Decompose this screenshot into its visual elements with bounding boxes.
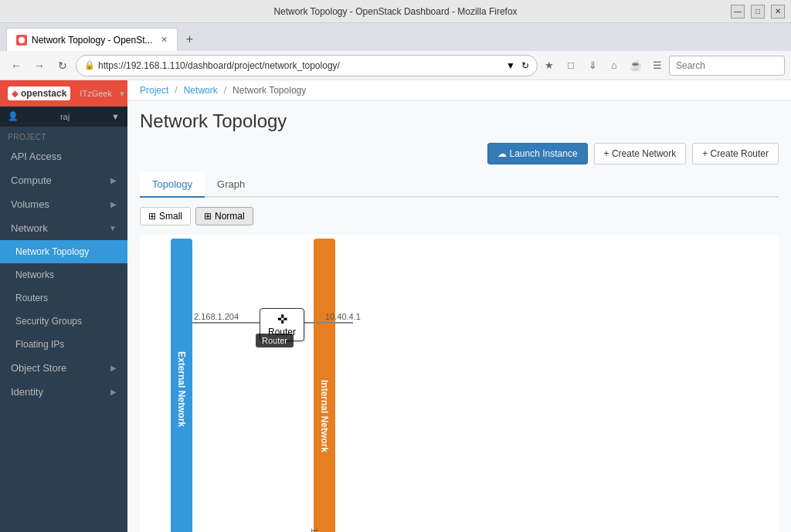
launch-icon: ☁ bbox=[497, 148, 507, 159]
router-move-icon: ✜ bbox=[277, 312, 287, 327]
tab-favicon bbox=[16, 35, 27, 46]
sidebar-item-network-topology[interactable]: Network Topology bbox=[0, 240, 127, 263]
sidebar-logo: ◆ openstack ITzGeek ▼ bbox=[0, 80, 127, 107]
routers-label: Routers bbox=[15, 293, 48, 303]
sidebar-item-compute[interactable]: Compute ▶ bbox=[0, 168, 127, 192]
tabs-container: Topology Graph ⊞ Small ⊞ Normal bbox=[127, 172, 791, 532]
graph-tab-label: Graph bbox=[217, 178, 245, 190]
shield-icon[interactable]: ☕ bbox=[627, 57, 644, 74]
small-grid-icon: ⊞ bbox=[148, 211, 156, 222]
tab-close-button[interactable]: ✕ bbox=[161, 35, 168, 45]
breadcrumb-network[interactable]: Network bbox=[184, 85, 218, 96]
compute-chevron: ▶ bbox=[110, 176, 117, 185]
bookmark-star-icon[interactable]: ★ bbox=[541, 57, 558, 74]
forward-button[interactable]: → bbox=[29, 56, 49, 76]
address-bar[interactable]: 🔒 https://192.168.1.110/dashboard/projec… bbox=[76, 55, 538, 76]
maximize-button[interactable]: □ bbox=[751, 5, 765, 19]
size-buttons: ⊞ Small ⊞ Normal bbox=[140, 207, 779, 225]
sidebar-item-network[interactable]: Network ▼ bbox=[0, 216, 127, 240]
sidebar-item-security-groups[interactable]: Security Groups bbox=[0, 310, 127, 333]
breadcrumb-project[interactable]: Project bbox=[140, 85, 168, 96]
compute-label: Compute bbox=[11, 175, 52, 186]
user-label: raj bbox=[60, 112, 70, 121]
router-tooltip: Router bbox=[256, 334, 294, 347]
object-store-label: Object Store bbox=[11, 362, 66, 374]
sidebar-user-bar: 👤 raj ▼ bbox=[0, 107, 127, 127]
action-bar: ☁ Launch Instance + Create Network + Cre… bbox=[127, 140, 791, 172]
svg-point-0 bbox=[19, 37, 25, 43]
breadcrumb: Project / Network / Network Topology bbox=[127, 80, 791, 101]
main-content: Project / Network / Network Topology Net… bbox=[127, 80, 791, 532]
reload-button[interactable]: ↻ bbox=[53, 56, 73, 76]
api-access-label: API Access bbox=[11, 151, 62, 162]
sidebar-item-networks[interactable]: Networks bbox=[0, 263, 127, 286]
normal-grid-icon: ⊞ bbox=[204, 211, 212, 222]
sidebar-item-object-store[interactable]: Object Store ▶ bbox=[0, 356, 127, 380]
itzgeek-label: ITzGeek bbox=[80, 89, 112, 98]
sidebar-item-floating-ips[interactable]: Floating IPs bbox=[0, 333, 127, 356]
tab-graph[interactable]: Graph bbox=[205, 172, 257, 198]
ip-label-left: 2.168.1.204 bbox=[194, 312, 239, 321]
networks-label: Networks bbox=[15, 269, 54, 280]
volumes-label: Volumes bbox=[11, 198, 49, 210]
new-tab-button[interactable]: + bbox=[181, 30, 199, 49]
back-button[interactable]: ← bbox=[6, 56, 26, 76]
topology-tab-label: Topology bbox=[152, 178, 192, 190]
openstack-brand: openstack bbox=[21, 88, 66, 99]
window-controls: — □ ✕ bbox=[731, 5, 785, 19]
floating-ips-label: Floating IPs bbox=[15, 339, 64, 350]
launch-instance-label: Launch Instance bbox=[510, 148, 578, 159]
url-text: https://192.168.1.110/dashboard/project/… bbox=[98, 60, 503, 71]
itzgeek-chevron: ▼ bbox=[118, 90, 126, 98]
identity-chevron: ▶ bbox=[110, 388, 117, 396]
topology-canvas: External Network Internal Network 2.168.… bbox=[140, 235, 779, 532]
minimize-button[interactable]: — bbox=[731, 5, 745, 19]
small-label: Small bbox=[159, 211, 182, 222]
lock-icon: 🔒 bbox=[84, 60, 95, 70]
tab-topology[interactable]: Topology bbox=[140, 172, 205, 198]
breadcrumb-sep2: / bbox=[224, 85, 226, 96]
network-chevron: ▼ bbox=[109, 224, 117, 232]
tab-label: Network Topology - OpenSt... bbox=[32, 35, 153, 46]
menu-icon[interactable]: ☰ bbox=[649, 57, 666, 74]
bookmark-icon[interactable]: □ bbox=[562, 57, 579, 74]
breadcrumb-sep1: / bbox=[175, 85, 177, 96]
dropdown-arrow-icon: ▼ bbox=[506, 60, 515, 71]
launch-instance-button[interactable]: ☁ Launch Instance bbox=[487, 143, 588, 164]
tab-bar: Network Topology - OpenSt... ✕ + bbox=[0, 23, 791, 51]
app-layout: ◆ openstack ITzGeek ▼ 👤 raj ▼ Project AP… bbox=[0, 80, 791, 532]
nav-bar: ← → ↻ 🔒 https://192.168.1.110/dashboard/… bbox=[0, 51, 791, 80]
create-router-label: + Create Router bbox=[702, 148, 769, 159]
home-icon[interactable]: ⌂ bbox=[606, 57, 623, 74]
size-small-button[interactable]: ⊞ Small bbox=[140, 207, 191, 225]
refresh-icon: ↻ bbox=[521, 60, 529, 71]
identity-label: Identity bbox=[11, 386, 43, 398]
internal-network-bar: Internal Network bbox=[314, 239, 335, 532]
breadcrumb-current: Network Topology bbox=[233, 85, 306, 96]
network-label: Network bbox=[11, 222, 48, 234]
object-store-chevron: ▶ bbox=[110, 364, 117, 372]
sidebar-item-routers[interactable]: Routers bbox=[0, 286, 127, 310]
create-router-button[interactable]: + Create Router bbox=[692, 143, 779, 164]
title-bar: Network Topology - OpenStack Dashboard -… bbox=[0, 0, 791, 23]
project-section-label: Project bbox=[0, 127, 127, 144]
volumes-chevron: ▶ bbox=[110, 200, 117, 208]
security-groups-label: Security Groups bbox=[15, 316, 82, 327]
sidebar-item-volumes[interactable]: Volumes ▶ bbox=[0, 192, 127, 216]
openstack-logo-text: ◆ bbox=[12, 89, 18, 99]
sidebar-item-api-access[interactable]: API Access bbox=[0, 144, 127, 168]
internal-network-label: Internal Network bbox=[319, 380, 330, 452]
window-title: Network Topology - OpenStack Dashboard -… bbox=[273, 6, 517, 17]
external-network-label: External Network bbox=[176, 351, 187, 427]
create-network-button[interactable]: + Create Network bbox=[594, 143, 687, 164]
subnet-label: 10.40.4.0/24 bbox=[310, 528, 319, 532]
active-tab[interactable]: Network Topology - OpenSt... ✕ bbox=[6, 28, 178, 51]
close-button[interactable]: ✕ bbox=[771, 5, 785, 19]
sidebar: ◆ openstack ITzGeek ▼ 👤 raj ▼ Project AP… bbox=[0, 80, 127, 532]
nav-icons: ★ □ ⇓ ⌂ ☕ ☰ bbox=[541, 57, 666, 74]
size-normal-button[interactable]: ⊞ Normal bbox=[195, 207, 253, 225]
sidebar-item-identity[interactable]: Identity ▶ bbox=[0, 380, 127, 404]
download-icon[interactable]: ⇓ bbox=[584, 57, 601, 74]
view-tabs: Topology Graph bbox=[140, 172, 779, 198]
search-input[interactable] bbox=[669, 56, 785, 76]
